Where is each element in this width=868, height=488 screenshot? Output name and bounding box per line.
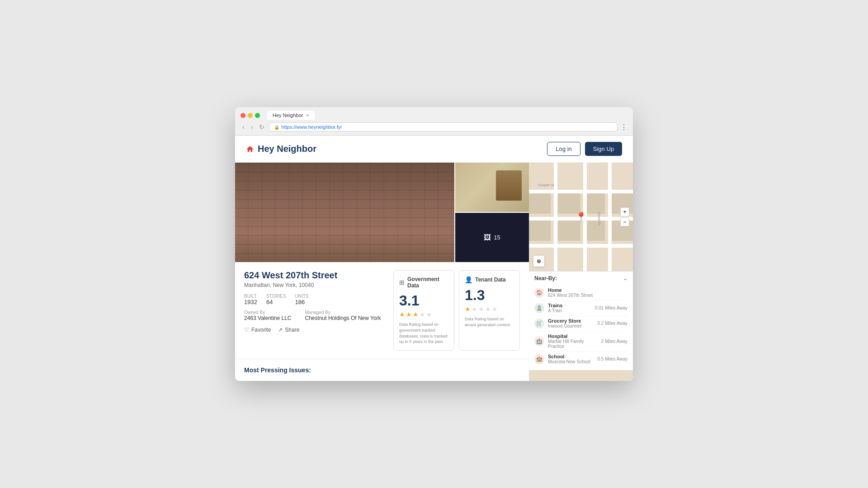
signup-button[interactable]: Sign Up — [585, 142, 622, 156]
logo-area: Hey Neighbor — [246, 144, 316, 154]
browser-tab[interactable]: Hey Neighbor ✕ — [267, 111, 315, 120]
star-3: ★ — [413, 311, 419, 318]
gallery-icon: 🖼 — [484, 234, 491, 242]
nearby-item[interactable]: 🏠 Home 624 West 207th Street — [534, 285, 627, 300]
logo-text: Hey Neighbor — [258, 144, 316, 154]
nearby-item-info: School Muscota New School — [548, 354, 594, 364]
tenant-data-icon: 👤 — [465, 276, 472, 283]
nearby-item-distance: 2 Miles Away — [601, 339, 627, 344]
nearby-item-info: Grocery Store Inwood Gourmet — [548, 318, 594, 328]
nearby-item[interactable]: 🏫 School Muscota New School 0.5 Miles Aw… — [534, 352, 627, 366]
managed-by-label: Managed By — [305, 310, 381, 315]
nearby-item-name: School — [548, 354, 594, 359]
star-4: ★ — [420, 311, 425, 318]
tenant-stars: ★ ★ ★ ★ ★ — [465, 305, 514, 313]
map-block-6 — [529, 221, 551, 241]
share-button[interactable]: ↗ Share — [278, 327, 299, 333]
minimize-traffic-light[interactable] — [248, 113, 253, 118]
nearby-item-icon: 🏥 — [534, 336, 544, 346]
nearby-item-info: Home 624 West 207th Street — [548, 287, 627, 298]
refresh-button[interactable]: ↻ — [257, 122, 266, 131]
address-bar-row: ‹ › ↻ 🔒 https://www.heyneighbor.fyi ⋮ — [241, 122, 627, 131]
side-photos: 🖼 15 — [454, 163, 529, 262]
tenant-star-4: ★ — [485, 305, 491, 313]
property-details: 624 West 207th Street Manhattan, New Yor… — [244, 270, 386, 350]
address-bar[interactable]: 🔒 https://www.heyneighbor.fyi — [269, 122, 618, 131]
property-location: Manhattan, New York, 10040 — [244, 282, 386, 288]
property-ownership: Owned By 2463 Valentine LLC Managed By C… — [244, 310, 386, 321]
nearby-item[interactable]: 🚊 Trains A Train 0.01 Miles Away — [534, 300, 627, 316]
gov-rating-desc: Data Rating based on government tracked … — [399, 322, 448, 344]
nearby-item-distance: 0.01 Miles Away — [595, 305, 627, 310]
built-value: 1932 — [244, 299, 257, 305]
owned-by: Owned By 2463 Valentine LLC — [244, 310, 292, 321]
nearby-item-icon: 🏫 — [534, 354, 544, 364]
tab-title: Hey Neighbor — [273, 113, 303, 118]
nearby-item[interactable]: 🏥 Hospital Marble Hill Family Practice 2… — [534, 331, 627, 352]
map-pin: 📍 — [576, 211, 587, 222]
stories-label: Stories — [266, 294, 286, 299]
nearby-panel: Near-By: ⌄ 🏠 Home 624 West 207th Street … — [529, 271, 633, 370]
owned-by-value: 2463 Valentine LLC — [244, 315, 292, 321]
star-5: ★ — [426, 311, 432, 318]
map-area[interactable]: Cooper St Good Fr 📍 ⊕ + − — [529, 163, 633, 271]
gov-data-icon: ⊞ — [399, 279, 405, 286]
tab-close-icon[interactable]: ✕ — [306, 113, 309, 118]
map-block-5 — [529, 193, 551, 214]
gov-card-title: Government Data — [407, 276, 448, 289]
property-stats: Built 1932 Stories 64 Units 186 — [244, 294, 386, 305]
pressing-issues-label: Most Pressing Issues: — [244, 366, 311, 374]
map-zoom-in[interactable]: + — [620, 207, 629, 216]
map-road-horizontal-3 — [529, 244, 633, 248]
forward-button[interactable]: › — [249, 122, 255, 131]
nearby-item[interactable]: 🛒 Grocery Store Inwood Gourmet 0.2 Miles… — [534, 316, 627, 331]
traffic-lights — [241, 113, 260, 118]
login-button[interactable]: Log in — [547, 142, 580, 156]
side-photo-more[interactable]: 🖼 15 — [454, 212, 529, 262]
managed-by: Managed By Chestnut Holdings Of New York — [305, 310, 381, 321]
logo-house-icon — [246, 145, 254, 153]
nearby-item-name: Trains — [548, 303, 591, 308]
nearby-items-list: 🏠 Home 624 West 207th Street 🚊 Trains A … — [534, 285, 627, 366]
star-1: ★ — [399, 311, 405, 318]
map-zoom-controls: + − — [620, 207, 629, 226]
nearby-chevron-icon[interactable]: ⌄ — [623, 275, 627, 282]
nearby-item-info: Trains A Train — [548, 303, 591, 313]
back-button[interactable]: ‹ — [241, 122, 246, 131]
tenant-star-1: ★ — [465, 305, 471, 313]
share-icon: ↗ — [278, 327, 283, 333]
map-zoom-out[interactable]: − — [620, 217, 629, 226]
nearby-item-icon: 🚊 — [534, 303, 544, 313]
map-block-3 — [587, 193, 605, 214]
nearby-item-info: Hospital Marble Hill Family Practice — [548, 333, 598, 349]
nearby-item-icon: 🏠 — [534, 288, 544, 298]
lock-icon: 🔒 — [274, 125, 279, 130]
favorite-button[interactable]: ♡ Favorite — [244, 327, 271, 333]
nearby-item-distance: 0.5 Miles Away — [597, 357, 627, 361]
close-traffic-light[interactable] — [241, 113, 245, 118]
stat-units: Units 186 — [295, 294, 309, 305]
tenant-card-title: Tenant Data — [475, 277, 506, 283]
map-label-cooper: Cooper St — [538, 183, 554, 187]
site-header: Hey Neighbor Log in Sign Up — [235, 136, 633, 163]
tenant-star-3: ★ — [478, 305, 484, 313]
map-location-button[interactable]: ⊕ — [533, 256, 544, 267]
pressing-issues-section: Most Pressing Issues: — [235, 359, 529, 381]
browser-menu-button[interactable]: ⋮ — [620, 123, 627, 131]
tenant-rating-number: 1.3 — [465, 287, 514, 304]
stories-value: 64 — [266, 299, 286, 305]
main-photo[interactable] — [235, 163, 454, 262]
gov-stars: ★ ★ ★ ★ ★ — [399, 311, 448, 318]
units-label: Units — [295, 294, 309, 299]
maximize-traffic-light[interactable] — [255, 113, 260, 118]
side-photo-top[interactable] — [454, 163, 529, 212]
managed-by-value: Chestnut Holdings Of New York — [305, 315, 381, 321]
right-panel: Cooper St Good Fr 📍 ⊕ + − — [529, 163, 633, 380]
building-facade-image — [235, 163, 454, 262]
browser-window: Hey Neighbor ✕ ‹ › ↻ 🔒 https://www.heyne… — [235, 107, 633, 380]
location-icon: ⊕ — [537, 258, 541, 264]
photo-count: 15 — [494, 234, 500, 241]
title-bar: Hey Neighbor ✕ — [241, 111, 627, 120]
browser-chrome: Hey Neighbor ✕ ‹ › ↻ 🔒 https://www.heyne… — [235, 107, 633, 136]
built-label: Built — [244, 294, 257, 299]
